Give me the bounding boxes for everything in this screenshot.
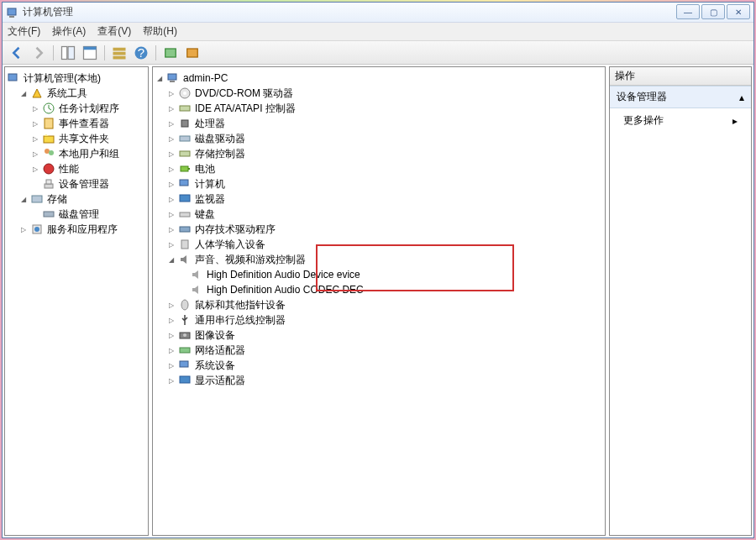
svg-rect-5	[84, 46, 97, 50]
device-root[interactable]: ◢ admin-PC	[155, 71, 603, 86]
center-tree-pane[interactable]: ◢ admin-PC ▷DVD/CD-ROM 驱动器 ▷IDE ATA/ATAP…	[152, 66, 606, 536]
expander-closed-icon[interactable]: ▷	[18, 224, 29, 234]
expander-open-icon[interactable]: ◢	[155, 73, 165, 83]
app-window: 计算机管理 — ▢ ✕ 文件(F) 操作(A) 查看(V) 帮助(H) ? 计算…	[2, 2, 754, 538]
device-hd-audio-device[interactable]: High Definition Audio Device evice	[155, 267, 603, 282]
tree-disk-management[interactable]: 磁盘管理	[7, 207, 146, 222]
tree-local-users[interactable]: ▷ 本地用户和组	[7, 146, 146, 161]
device-dvd[interactable]: ▷DVD/CD-ROM 驱动器	[155, 86, 603, 101]
svg-rect-2	[62, 46, 67, 59]
expander-open-icon[interactable]: ◢	[18, 194, 29, 204]
disk-management-icon	[42, 207, 55, 221]
actions-section-device-manager[interactable]: 设备管理器 ▴	[610, 86, 751, 108]
expander-closed-icon[interactable]: ▷	[166, 194, 176, 204]
svg-rect-32	[180, 136, 190, 141]
device-network[interactable]: ▷网络适配器	[155, 343, 603, 358]
expander-closed-icon[interactable]: ▷	[166, 149, 176, 159]
tree-system-tools[interactable]: ◢ 系统工具	[7, 86, 146, 101]
app-icon	[6, 6, 19, 19]
device-cpu[interactable]: ▷处理器	[155, 116, 603, 131]
svg-rect-0	[8, 8, 16, 15]
expander-closed-icon[interactable]: ▷	[166, 164, 176, 174]
tree-services-apps[interactable]: ▷ 服务和应用程序	[7, 222, 146, 237]
expander-closed-icon[interactable]: ▷	[166, 134, 176, 144]
expander-closed-icon[interactable]: ▷	[30, 134, 40, 144]
expander-closed-icon[interactable]: ▷	[30, 164, 40, 174]
svg-rect-22	[32, 196, 42, 202]
toolbar-separator	[104, 45, 105, 60]
svg-rect-3	[68, 46, 75, 59]
forward-button[interactable]	[29, 44, 48, 62]
help-button[interactable]: ?	[132, 44, 150, 62]
expander-spacer	[30, 179, 40, 189]
tree-device-manager[interactable]: 设备管理器	[7, 176, 146, 191]
minimize-button[interactable]: —	[676, 4, 700, 19]
expander-closed-icon[interactable]: ▷	[166, 179, 176, 189]
maximize-button[interactable]: ▢	[701, 4, 725, 19]
device-storage-ctrl[interactable]: ▷存储控制器	[155, 146, 603, 161]
svg-rect-16	[44, 136, 54, 143]
device-ide[interactable]: ▷IDE ATA/ATAPI 控制器	[155, 101, 603, 116]
device-memory-tech[interactable]: ▷内存技术驱动程序	[155, 222, 603, 237]
expander-closed-icon[interactable]: ▷	[166, 330, 176, 340]
show-hide-console-tree-button[interactable]	[59, 44, 77, 62]
view-detail-button[interactable]	[110, 44, 129, 62]
uninstall-button[interactable]	[183, 44, 202, 62]
expander-closed-icon[interactable]: ▷	[30, 149, 40, 159]
expander-closed-icon[interactable]: ▷	[166, 103, 176, 113]
device-hid[interactable]: ▷人体学输入设备	[155, 237, 603, 252]
toolbar: ?	[3, 41, 753, 65]
tree-storage[interactable]: ◢ 存储	[7, 191, 146, 207]
expander-closed-icon[interactable]: ▷	[166, 239, 176, 249]
tree-shared-folders[interactable]: ▷ 共享文件夹	[7, 131, 146, 146]
device-disk-drives[interactable]: ▷磁盘驱动器	[155, 131, 603, 146]
close-button[interactable]: ✕	[727, 4, 750, 19]
tree-task-scheduler[interactable]: ▷ 任务计划程序	[7, 101, 146, 116]
tree-performance[interactable]: ▷ 性能	[7, 161, 146, 176]
expander-closed-icon[interactable]: ▷	[166, 315, 176, 325]
device-sound[interactable]: ◢声音、视频和游戏控制器	[155, 252, 603, 267]
expander-closed-icon[interactable]: ▷	[166, 300, 176, 310]
tree-root-computer-mgmt[interactable]: 计算机管理(本地)	[7, 71, 146, 86]
device-computer[interactable]: ▷计算机	[155, 176, 603, 191]
actions-more-label: 更多操作	[623, 113, 664, 128]
device-battery[interactable]: ▷电池	[155, 161, 603, 176]
device-mouse[interactable]: ▷鼠标和其他指针设备	[155, 297, 603, 312]
left-tree-pane[interactable]: 计算机管理(本地) ◢ 系统工具 ▷ 任务计划程序 ▷ 事件查看器 ▷ 共享文件…	[4, 66, 149, 536]
tree-event-viewer[interactable]: ▷ 事件查看器	[7, 116, 146, 131]
collapse-icon[interactable]: ▴	[739, 92, 744, 103]
device-display[interactable]: ▷显示适配器	[155, 373, 603, 388]
expander-closed-icon[interactable]: ▷	[166, 345, 176, 355]
toolbar-separator	[155, 45, 156, 60]
expander-closed-icon[interactable]: ▷	[166, 88, 176, 98]
menu-file[interactable]: 文件(F)	[8, 24, 40, 39]
expander-open-icon[interactable]: ◢	[18, 88, 29, 98]
expander-closed-icon[interactable]: ▷	[166, 360, 176, 370]
device-usb[interactable]: ▷通用串行总线控制器	[155, 312, 603, 328]
scan-hardware-button[interactable]	[161, 44, 180, 62]
menu-help[interactable]: 帮助(H)	[143, 24, 177, 39]
device-hd-audio-codec[interactable]: High Definition Audio CODEC DEC	[155, 282, 603, 297]
device-keyboard[interactable]: ▷键盘	[155, 207, 603, 222]
expander-closed-icon[interactable]: ▷	[30, 118, 40, 128]
svg-rect-1	[9, 16, 14, 18]
expander-spacer	[30, 209, 40, 219]
menu-action[interactable]: 操作(A)	[52, 24, 86, 39]
back-button[interactable]	[8, 44, 26, 62]
expander-closed-icon[interactable]: ▷	[30, 103, 40, 113]
task-scheduler-icon	[42, 102, 55, 115]
hid-icon	[178, 238, 192, 251]
titlebar[interactable]: 计算机管理 — ▢ ✕	[3, 3, 753, 23]
expander-closed-icon[interactable]: ▷	[166, 375, 176, 385]
expander-closed-icon[interactable]: ▷	[166, 224, 176, 234]
device-monitor[interactable]: ▷监视器	[155, 191, 603, 207]
menu-view[interactable]: 查看(V)	[97, 24, 131, 39]
expander-open-icon[interactable]: ◢	[166, 254, 176, 265]
device-imaging[interactable]: ▷图像设备	[155, 328, 603, 343]
actions-more[interactable]: 更多操作 ▸	[610, 108, 751, 133]
properties-button[interactable]	[81, 44, 99, 62]
dvd-icon	[178, 87, 192, 100]
device-system[interactable]: ▷系统设备	[155, 358, 603, 373]
expander-closed-icon[interactable]: ▷	[166, 209, 176, 219]
expander-closed-icon[interactable]: ▷	[166, 118, 176, 128]
